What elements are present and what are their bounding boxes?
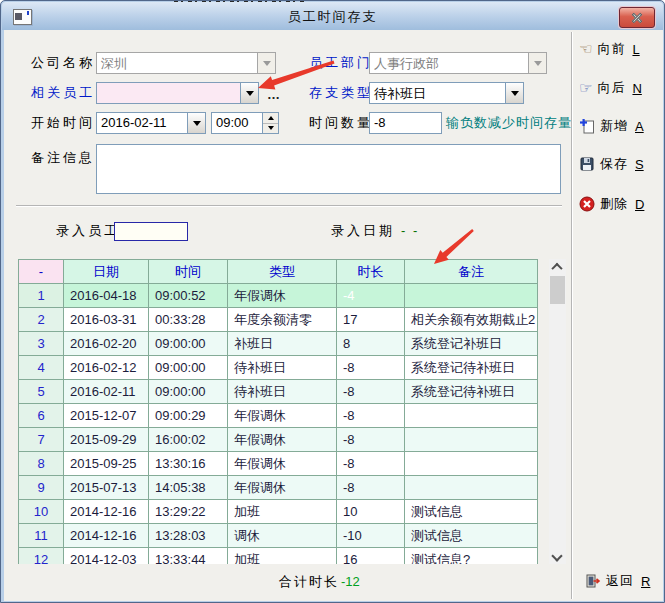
table-cell[interactable]: 2016-02-20 xyxy=(64,332,149,356)
table-cell[interactable]: 09:00:52 xyxy=(149,284,228,308)
table-row[interactable]: 102014-12-1613:29:22加班10测试信息 xyxy=(19,500,538,524)
table-row[interactable]: 122014-12-0313:33:44加班16测试信息? xyxy=(19,548,538,565)
table-cell[interactable]: 14:05:38 xyxy=(149,476,228,500)
table-cell[interactable]: 系统登记待补班日 xyxy=(405,380,538,404)
table-scrollbar[interactable] xyxy=(549,259,566,564)
title-bar[interactable]: 员工时间存支 xyxy=(2,2,663,30)
table-cell[interactable]: 2015-09-25 xyxy=(64,452,149,476)
row-number-cell[interactable]: 1 xyxy=(19,284,64,308)
table-cell[interactable]: -8 xyxy=(337,356,405,380)
table-cell[interactable]: -8 xyxy=(337,476,405,500)
table-cell[interactable]: 年度余额清零 xyxy=(228,308,337,332)
remark-textarea[interactable] xyxy=(96,144,561,194)
row-number-cell[interactable]: 7 xyxy=(19,428,64,452)
table-cell[interactable]: 年假调休 xyxy=(228,284,337,308)
table-cell[interactable] xyxy=(405,476,538,500)
row-number-cell[interactable]: 10 xyxy=(19,500,64,524)
previous-button[interactable]: ☜ 向前 L xyxy=(579,37,665,61)
row-number-cell[interactable]: 12 xyxy=(19,548,64,565)
chevron-down-icon[interactable] xyxy=(505,83,523,103)
table-cell[interactable]: 09:00:00 xyxy=(149,356,228,380)
table-cell[interactable]: 09:00:00 xyxy=(149,332,228,356)
table-cell[interactable] xyxy=(405,428,538,452)
table-cell[interactable]: 2015-07-13 xyxy=(64,476,149,500)
employee-combobox[interactable] xyxy=(96,82,259,104)
table-cell[interactable]: 2016-03-31 xyxy=(64,308,149,332)
start-time-spinner[interactable]: 09:00 xyxy=(211,112,279,134)
table-cell[interactable]: 年假调休 xyxy=(228,404,337,428)
table-cell[interactable] xyxy=(405,452,538,476)
close-button[interactable] xyxy=(619,7,655,28)
table-row[interactable]: 62015-12-0709:00:29年假调休-8 xyxy=(19,404,538,428)
table-cell[interactable]: 待补班日 xyxy=(228,356,337,380)
table-cell[interactable]: 09:00:29 xyxy=(149,404,228,428)
spin-down-icon[interactable] xyxy=(263,124,278,134)
table-cell[interactable]: -10 xyxy=(337,524,405,548)
table-cell[interactable]: 13:30:16 xyxy=(149,452,228,476)
table-cell[interactable]: 系统登记待补班日 xyxy=(405,356,538,380)
table-cell[interactable]: 年假调休 xyxy=(228,428,337,452)
table-cell[interactable]: 系统登记补班日 xyxy=(405,332,538,356)
table-row[interactable]: 12016-04-1809:00:52年假调休-4 xyxy=(19,284,538,308)
table-cell[interactable]: -8 xyxy=(337,452,405,476)
table-row[interactable]: 92015-07-1314:05:38年假调休-8 xyxy=(19,476,538,500)
chevron-down-icon[interactable] xyxy=(187,113,205,133)
table-row[interactable]: 72015-09-2916:00:02年假调休-8 xyxy=(19,428,538,452)
row-number-cell[interactable]: 11 xyxy=(19,524,64,548)
table-cell[interactable]: 2014-12-16 xyxy=(64,524,149,548)
type-combobox[interactable]: 待补班日 xyxy=(369,82,524,104)
table-cell[interactable]: 00:33:28 xyxy=(149,308,228,332)
table-cell[interactable]: 2015-12-07 xyxy=(64,404,149,428)
table-cell[interactable]: 17 xyxy=(337,308,405,332)
row-number-cell[interactable]: 5 xyxy=(19,380,64,404)
scroll-up-icon[interactable] xyxy=(553,263,561,271)
save-button[interactable]: 保存 S xyxy=(579,152,665,176)
table-cell[interactable]: 2016-04-18 xyxy=(64,284,149,308)
table-cell[interactable]: 补班日 xyxy=(228,332,337,356)
table-cell[interactable]: 测试信息? xyxy=(405,548,538,565)
table-cell[interactable] xyxy=(405,404,538,428)
table-row[interactable]: 22016-03-3100:33:28年度余额清零17相关余额有效期截止2 xyxy=(19,308,538,332)
row-number-cell[interactable]: 8 xyxy=(19,452,64,476)
scrollbar-thumb[interactable] xyxy=(550,276,565,304)
row-number-cell[interactable]: 6 xyxy=(19,404,64,428)
table-row[interactable]: 52016-02-1109:00:00待补班日-8系统登记待补班日 xyxy=(19,380,538,404)
table-cell[interactable]: -4 xyxy=(337,284,405,308)
row-number-cell[interactable]: 4 xyxy=(19,356,64,380)
table-cell[interactable] xyxy=(405,284,538,308)
balance-table[interactable]: -日期时间类型时长备注12016-04-1809:00:52年假调休-42201… xyxy=(18,259,538,564)
table-cell[interactable]: 加班 xyxy=(228,548,337,565)
table-cell[interactable]: 2014-12-16 xyxy=(64,500,149,524)
start-date-picker[interactable]: 2016-02-11 xyxy=(96,112,206,134)
table-cell[interactable]: 13:33:44 xyxy=(149,548,228,565)
table-cell[interactable]: 待补班日 xyxy=(228,380,337,404)
add-button[interactable]: 新增 A xyxy=(579,114,665,138)
table-cell[interactable]: 年假调休 xyxy=(228,452,337,476)
return-button[interactable]: 返回 R xyxy=(585,569,665,593)
scroll-down-icon[interactable] xyxy=(553,552,561,560)
table-cell[interactable]: 2016-02-12 xyxy=(64,356,149,380)
table-cell[interactable]: 2016-02-11 xyxy=(64,380,149,404)
table-cell[interactable]: 相关余额有效期截止2 xyxy=(405,308,538,332)
table-row[interactable]: 112014-12-1613:28:03调休-10测试信息 xyxy=(19,524,538,548)
table-cell[interactable]: -8 xyxy=(337,428,405,452)
row-number-cell[interactable]: 9 xyxy=(19,476,64,500)
spin-up-icon[interactable] xyxy=(263,113,278,124)
table-row[interactable]: 82015-09-2513:30:16年假调休-8 xyxy=(19,452,538,476)
table-cell[interactable]: 10 xyxy=(337,500,405,524)
table-row[interactable]: 42016-02-1209:00:00待补班日-8系统登记待补班日 xyxy=(19,356,538,380)
table-cell[interactable]: 加班 xyxy=(228,500,337,524)
delete-button[interactable]: 删除 D xyxy=(579,192,665,216)
table-cell[interactable]: -8 xyxy=(337,380,405,404)
table-cell[interactable]: 测试信息 xyxy=(405,524,538,548)
employee-lookup-button[interactable]: … xyxy=(267,87,281,102)
table-cell[interactable]: 16 xyxy=(337,548,405,565)
row-number-cell[interactable]: 2 xyxy=(19,308,64,332)
table-row[interactable]: 32016-02-2009:00:00补班日8系统登记补班日 xyxy=(19,332,538,356)
table-cell[interactable]: 16:00:02 xyxy=(149,428,228,452)
table-cell[interactable]: 年假调休 xyxy=(228,476,337,500)
quantity-input[interactable]: -8 xyxy=(369,112,442,134)
table-cell[interactable]: 8 xyxy=(337,332,405,356)
table-cell[interactable]: 13:28:03 xyxy=(149,524,228,548)
table-cell[interactable]: 09:00:00 xyxy=(149,380,228,404)
